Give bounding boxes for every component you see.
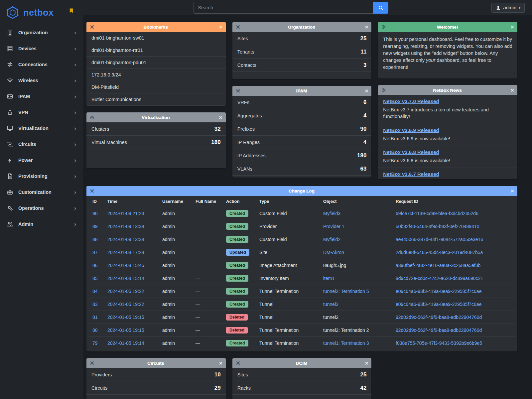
changelog-object-link[interactable]: DM-Akron (323, 250, 344, 255)
search-input[interactable] (194, 2, 373, 14)
changelog-id-link[interactable]: 86 (92, 263, 98, 268)
close-icon[interactable]: × (509, 188, 514, 194)
changelog-id-link[interactable]: 89 (92, 224, 98, 229)
changelog-object-link[interactable]: Provider 1 (323, 224, 344, 229)
changelog-id-link[interactable]: 81 (92, 315, 98, 320)
gear-icon[interactable] (381, 88, 386, 92)
changelog-id-link[interactable]: 84 (92, 289, 98, 294)
changelog-object-link[interactable]: 8a3gh5.jpg (323, 263, 346, 268)
stat-value-link[interactable]: 42 (360, 385, 366, 391)
sidebar-item-virtualization[interactable]: Virtualization› (0, 120, 83, 136)
close-icon[interactable]: × (363, 88, 368, 94)
bookmark-link[interactable]: DM-Pittsfield (86, 81, 226, 93)
gear-icon[interactable] (236, 88, 240, 93)
stat-value-link[interactable]: 90 (360, 126, 366, 132)
sidebar-item-ipam[interactable]: IPAM› (0, 88, 83, 104)
news-title-link[interactable]: NetBox v3.6.8 Released (383, 149, 439, 155)
changelog-object-link[interactable]: tunnel1: Termination 3 (323, 340, 369, 346)
user-menu-button[interactable]: admin ▾ (491, 3, 525, 13)
news-title-link[interactable]: NetBox v3.6.9 Released (383, 127, 439, 133)
changelog-time-link[interactable]: 2024-01-09 13:38 (107, 224, 144, 229)
stat-value-link[interactable]: 180 (357, 152, 366, 159)
stat-value-link[interactable]: 63 (360, 166, 366, 172)
bookmark-link[interactable]: dmi01-binghamton-rtr01 (86, 44, 226, 57)
changelog-id-link[interactable]: 85 (92, 276, 98, 281)
changelog-object-link[interactable]: tunnel2: Termination 2 (323, 328, 369, 333)
bookmark-link[interactable]: dmi01-binghamton-sw01 (86, 32, 226, 44)
changelog-request-id-link[interactable]: 2d6d6e8f-5465-45dc-8ec3-2019d4087b5a (396, 250, 483, 255)
sidebar-item-provisioning[interactable]: Provisioning› (0, 168, 83, 184)
sidebar-item-vpn[interactable]: VPN› (0, 104, 83, 120)
changelog-time-link[interactable]: 2024-01-05 19:14 (107, 340, 144, 346)
changelog-request-id-link[interactable]: e09c64a6-93f3-419a-8ea9-229585f7c6ae (396, 289, 481, 294)
changelog-id-link[interactable]: 79 (92, 340, 98, 346)
stat-value-link[interactable]: 25 (360, 35, 366, 42)
gear-icon[interactable] (381, 25, 386, 29)
close-icon[interactable]: × (217, 360, 222, 366)
changelog-time-link[interactable]: 2024-01-09 13:38 (107, 237, 144, 242)
changelog-object-link[interactable]: Myfield2 (323, 237, 340, 242)
stat-value-link[interactable]: 32 (214, 126, 221, 132)
sidebar-item-organization[interactable]: Organization› (0, 25, 83, 41)
stat-value-link[interactable]: 4 (363, 112, 366, 119)
changelog-request-id-link[interactable]: f038e755-705e-47f3-9433-5392b9e6b9e5 (396, 340, 482, 346)
brand[interactable]: netbox (0, 0, 83, 25)
stat-value-link[interactable]: 6 (363, 99, 366, 106)
close-icon[interactable]: × (217, 115, 222, 120)
bookmark-link[interactable]: dmi01-binghamton-pdu01 (86, 57, 226, 69)
sidebar-item-wireless[interactable]: Wireless› (0, 72, 83, 88)
gear-icon[interactable] (90, 115, 94, 120)
sidebar-item-power[interactable]: Power› (0, 152, 83, 168)
changelog-id-link[interactable]: 83 (92, 302, 98, 307)
changelog-object-link[interactable]: tunnel2 (323, 302, 338, 307)
sidebar-item-devices[interactable]: Devices› (0, 41, 83, 57)
close-icon[interactable]: × (509, 87, 514, 93)
search-button[interactable] (373, 2, 388, 14)
changelog-time-link[interactable]: 2024-01-08 15:14 (107, 276, 144, 281)
stat-value-link[interactable]: 11 (360, 49, 366, 55)
sidebar-item-circuits[interactable]: Circuits› (0, 136, 83, 152)
changelog-id-link[interactable]: 88 (92, 237, 98, 242)
gear-icon[interactable] (90, 189, 94, 193)
changelog-id-link[interactable]: 80 (92, 328, 98, 333)
stat-value-link[interactable]: 10 (214, 371, 221, 378)
changelog-request-id-link[interactable]: 8d9cd72e-cd0c-47c2-a620-dc899a690c21 (396, 276, 483, 281)
changelog-request-id-link[interactable]: a390fbef-2a82-4e10-aa0a-3c268aa5ef3b (396, 263, 480, 268)
sidebar-item-customization[interactable]: Customization› (0, 184, 83, 200)
changelog-id-link[interactable]: 90 (92, 211, 98, 216)
changelog-time-link[interactable]: 2024-01-05 19:22 (107, 289, 144, 294)
news-title-link[interactable]: NetBox v3.7.0 Released (383, 98, 439, 104)
changelog-request-id-link[interactable]: e09c64a6-93f3-419a-8ea9-229585f7c6ae (396, 302, 481, 307)
bookmark-link[interactable]: Butler Communications (86, 93, 226, 106)
stat-value-link[interactable]: 3 (363, 62, 366, 68)
changelog-time-link[interactable]: 2024-01-08 17:28 (107, 250, 144, 255)
sidebar-item-connections[interactable]: Connections› (0, 57, 83, 72)
changelog-time-link[interactable]: 2024-01-09 21:23 (107, 211, 144, 216)
gear-icon[interactable] (236, 361, 240, 365)
close-icon[interactable]: × (363, 360, 368, 366)
changelog-time-link[interactable]: 2024-01-08 15:45 (107, 263, 144, 268)
stat-value-link[interactable]: 25 (360, 371, 366, 378)
changelog-time-link[interactable]: 2024-01-05 19:15 (107, 328, 144, 333)
changelog-id-link[interactable]: 87 (92, 250, 98, 255)
changelog-time-link[interactable]: 2024-01-05 19:22 (107, 302, 144, 307)
gear-icon[interactable] (90, 361, 94, 365)
sidebar-item-operations[interactable]: Operations› (0, 200, 83, 216)
news-title-link[interactable]: NetBox v3.6.7 Released (383, 171, 439, 177)
stat-value-link[interactable]: 29 (214, 385, 221, 391)
bookmark-link[interactable]: 172.16.0.9/24 (86, 69, 226, 81)
changelog-time-link[interactable]: 2024-01-05 19:15 (107, 315, 144, 320)
changelog-object-link[interactable]: tunnel2 (323, 315, 338, 320)
changelog-request-id-link[interactable]: 50b32f40-5464-4f9c-b83f-0ef270489410 (396, 224, 479, 229)
changelog-object-link[interactable]: item1 (323, 276, 334, 281)
changelog-object-link[interactable]: tunnel2: Termination 5 (323, 289, 369, 294)
close-icon[interactable]: × (363, 24, 368, 30)
sidebar-item-admin[interactable]: Admin› (0, 216, 83, 232)
gear-icon[interactable] (90, 25, 94, 29)
changelog-object-link[interactable]: Myfield3 (323, 211, 340, 216)
changelog-request-id-link[interactable]: ae445066-387d-44f1-9084-572a05ce3e16 (396, 237, 483, 242)
close-icon[interactable]: × (509, 24, 514, 30)
sidebar-pin-icon[interactable] (68, 8, 74, 14)
close-icon[interactable]: × (217, 24, 222, 30)
changelog-request-id-link[interactable]: 92d02d9c-562f-49f0-baa8-adb22904760d (396, 315, 482, 320)
